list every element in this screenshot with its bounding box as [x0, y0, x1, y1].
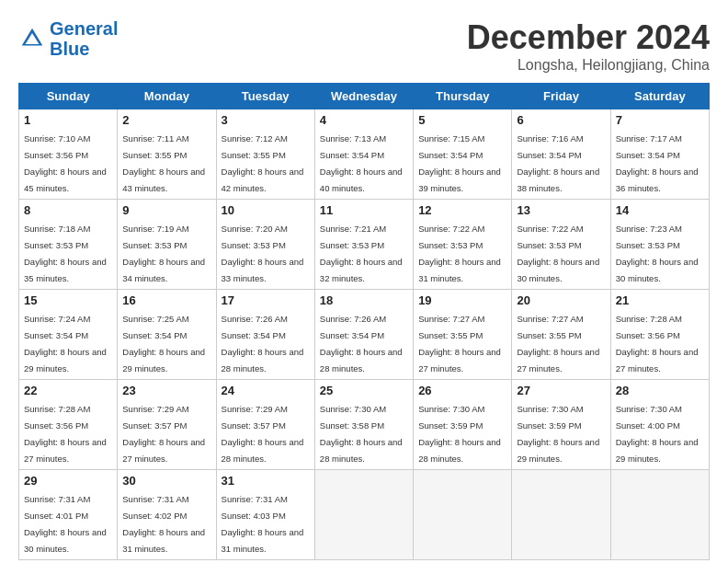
week-row-1: 1 Sunrise: 7:10 AMSunset: 3:56 PMDayligh… — [19, 109, 710, 200]
day-cell: 27 Sunrise: 7:30 AMSunset: 3:59 PMDaylig… — [512, 380, 610, 470]
header-monday: Monday — [118, 84, 216, 109]
header-wednesday: Wednesday — [314, 84, 413, 109]
day-cell: 9 Sunrise: 7:19 AMSunset: 3:53 PMDayligh… — [118, 200, 216, 290]
week-row-2: 8 Sunrise: 7:18 AMSunset: 3:53 PMDayligh… — [19, 200, 710, 290]
day-cell: 24 Sunrise: 7:29 AMSunset: 3:57 PMDaylig… — [216, 380, 314, 470]
day-info: Sunrise: 7:30 AMSunset: 3:59 PMDaylight:… — [517, 404, 599, 464]
day-info: Sunrise: 7:30 AMSunset: 3:59 PMDaylight:… — [418, 404, 501, 464]
day-cell — [414, 470, 512, 560]
day-cell: 15 Sunrise: 7:24 AMSunset: 3:54 PMDaylig… — [19, 290, 118, 380]
day-info: Sunrise: 7:31 AMSunset: 4:03 PMDaylight:… — [222, 494, 304, 554]
day-number: 12 — [418, 203, 506, 217]
day-number: 27 — [517, 384, 605, 397]
day-number: 17 — [222, 293, 310, 307]
day-info: Sunrise: 7:31 AMSunset: 4:01 PMDaylight:… — [24, 494, 107, 554]
day-number: 16 — [122, 293, 210, 307]
day-info: Sunrise: 7:28 AMSunset: 3:56 PMDaylight:… — [24, 404, 107, 464]
day-cell: 14 Sunrise: 7:23 AMSunset: 3:53 PMDaylig… — [610, 200, 709, 290]
day-number: 8 — [24, 203, 112, 217]
day-number: 9 — [122, 203, 210, 217]
day-cell: 28 Sunrise: 7:30 AMSunset: 4:00 PMDaylig… — [610, 380, 709, 470]
day-cell: 10 Sunrise: 7:20 AMSunset: 3:53 PMDaylig… — [216, 200, 314, 290]
day-cell: 7 Sunrise: 7:17 AMSunset: 3:54 PMDayligh… — [610, 109, 709, 200]
day-number: 1 — [24, 113, 112, 127]
day-info: Sunrise: 7:27 AMSunset: 3:55 PMDaylight:… — [418, 314, 501, 373]
day-cell: 13 Sunrise: 7:22 AMSunset: 3:53 PMDaylig… — [512, 200, 610, 290]
week-row-3: 15 Sunrise: 7:24 AMSunset: 3:54 PMDaylig… — [19, 290, 710, 380]
day-info: Sunrise: 7:13 AMSunset: 3:54 PMDaylight:… — [320, 133, 403, 193]
day-info: Sunrise: 7:27 AMSunset: 3:55 PMDaylight:… — [517, 314, 599, 373]
day-info: Sunrise: 7:11 AMSunset: 3:55 PMDaylight:… — [122, 133, 205, 193]
day-info: Sunrise: 7:30 AMSunset: 3:58 PMDaylight:… — [320, 404, 403, 464]
header-saturday: Saturday — [610, 84, 709, 109]
day-cell: 1 Sunrise: 7:10 AMSunset: 3:56 PMDayligh… — [19, 109, 118, 200]
day-info: Sunrise: 7:22 AMSunset: 3:53 PMDaylight:… — [418, 224, 501, 283]
day-number: 14 — [616, 203, 704, 217]
header-sunday: Sunday — [19, 84, 118, 109]
day-cell: 21 Sunrise: 7:28 AMSunset: 3:56 PMDaylig… — [610, 290, 709, 380]
day-number: 3 — [222, 113, 310, 127]
day-info: Sunrise: 7:29 AMSunset: 3:57 PMDaylight:… — [122, 404, 205, 464]
day-cell: 12 Sunrise: 7:22 AMSunset: 3:53 PMDaylig… — [414, 200, 512, 290]
day-cell: 16 Sunrise: 7:25 AMSunset: 3:54 PMDaylig… — [118, 290, 216, 380]
day-info: Sunrise: 7:12 AMSunset: 3:55 PMDaylight:… — [222, 133, 304, 193]
day-info: Sunrise: 7:25 AMSunset: 3:54 PMDaylight:… — [122, 314, 205, 373]
logo: General Blue — [18, 18, 118, 59]
calendar-header-row: SundayMondayTuesdayWednesdayThursdayFrid… — [19, 84, 710, 109]
day-cell — [610, 470, 709, 560]
week-row-4: 22 Sunrise: 7:28 AMSunset: 3:56 PMDaylig… — [19, 380, 710, 470]
day-cell: 20 Sunrise: 7:27 AMSunset: 3:55 PMDaylig… — [512, 290, 610, 380]
day-info: Sunrise: 7:30 AMSunset: 4:00 PMDaylight:… — [616, 404, 699, 464]
location-title: Longsha, Heilongjiang, China — [467, 57, 710, 74]
day-cell: 8 Sunrise: 7:18 AMSunset: 3:53 PMDayligh… — [19, 200, 118, 290]
day-number: 19 — [418, 293, 506, 307]
header-friday: Friday — [512, 84, 610, 109]
day-info: Sunrise: 7:17 AMSunset: 3:54 PMDaylight:… — [616, 133, 699, 193]
day-number: 13 — [517, 203, 605, 217]
day-cell: 4 Sunrise: 7:13 AMSunset: 3:54 PMDayligh… — [314, 109, 413, 200]
week-row-5: 29 Sunrise: 7:31 AMSunset: 4:01 PMDaylig… — [19, 470, 710, 560]
day-number: 18 — [320, 293, 408, 307]
day-info: Sunrise: 7:22 AMSunset: 3:53 PMDaylight:… — [517, 224, 599, 283]
logo-icon — [18, 25, 46, 52]
day-info: Sunrise: 7:15 AMSunset: 3:54 PMDaylight:… — [418, 133, 501, 193]
logo-text: General Blue — [50, 18, 118, 59]
day-cell: 22 Sunrise: 7:28 AMSunset: 3:56 PMDaylig… — [19, 380, 118, 470]
day-info: Sunrise: 7:31 AMSunset: 4:02 PMDaylight:… — [122, 494, 205, 554]
day-number: 22 — [24, 384, 112, 397]
day-cell: 5 Sunrise: 7:15 AMSunset: 3:54 PMDayligh… — [414, 109, 512, 200]
day-cell: 23 Sunrise: 7:29 AMSunset: 3:57 PMDaylig… — [118, 380, 216, 470]
header-thursday: Thursday — [414, 84, 512, 109]
day-info: Sunrise: 7:19 AMSunset: 3:53 PMDaylight:… — [122, 224, 205, 283]
day-info: Sunrise: 7:23 AMSunset: 3:53 PMDaylight:… — [616, 224, 699, 283]
day-info: Sunrise: 7:28 AMSunset: 3:56 PMDaylight:… — [616, 314, 699, 373]
day-number: 28 — [616, 384, 704, 397]
day-number: 6 — [517, 113, 605, 127]
calendar-table: SundayMondayTuesdayWednesdayThursdayFrid… — [18, 83, 710, 560]
day-cell: 30 Sunrise: 7:31 AMSunset: 4:02 PMDaylig… — [118, 470, 216, 560]
day-number: 20 — [517, 293, 605, 307]
day-number: 29 — [24, 474, 112, 488]
title-block: December 2024 Longsha, Heilongjiang, Chi… — [467, 18, 710, 74]
month-title: December 2024 — [467, 18, 710, 57]
day-info: Sunrise: 7:24 AMSunset: 3:54 PMDaylight:… — [24, 314, 107, 373]
day-number: 10 — [222, 203, 310, 217]
day-number: 5 — [418, 113, 506, 127]
day-info: Sunrise: 7:21 AMSunset: 3:53 PMDaylight:… — [320, 224, 403, 283]
day-number: 4 — [320, 113, 408, 127]
day-number: 24 — [222, 384, 310, 397]
day-info: Sunrise: 7:10 AMSunset: 3:56 PMDaylight:… — [24, 133, 107, 193]
day-cell — [314, 470, 413, 560]
day-cell: 2 Sunrise: 7:11 AMSunset: 3:55 PMDayligh… — [118, 109, 216, 200]
day-number: 23 — [122, 384, 210, 397]
day-cell: 25 Sunrise: 7:30 AMSunset: 3:58 PMDaylig… — [314, 380, 413, 470]
day-number: 15 — [24, 293, 112, 307]
day-cell: 17 Sunrise: 7:26 AMSunset: 3:54 PMDaylig… — [216, 290, 314, 380]
day-cell: 26 Sunrise: 7:30 AMSunset: 3:59 PMDaylig… — [414, 380, 512, 470]
day-info: Sunrise: 7:26 AMSunset: 3:54 PMDaylight:… — [320, 314, 403, 373]
day-info: Sunrise: 7:20 AMSunset: 3:53 PMDaylight:… — [222, 224, 304, 283]
day-number: 30 — [122, 474, 210, 488]
day-cell: 6 Sunrise: 7:16 AMSunset: 3:54 PMDayligh… — [512, 109, 610, 200]
day-number: 31 — [222, 474, 310, 488]
day-number: 25 — [320, 384, 408, 397]
